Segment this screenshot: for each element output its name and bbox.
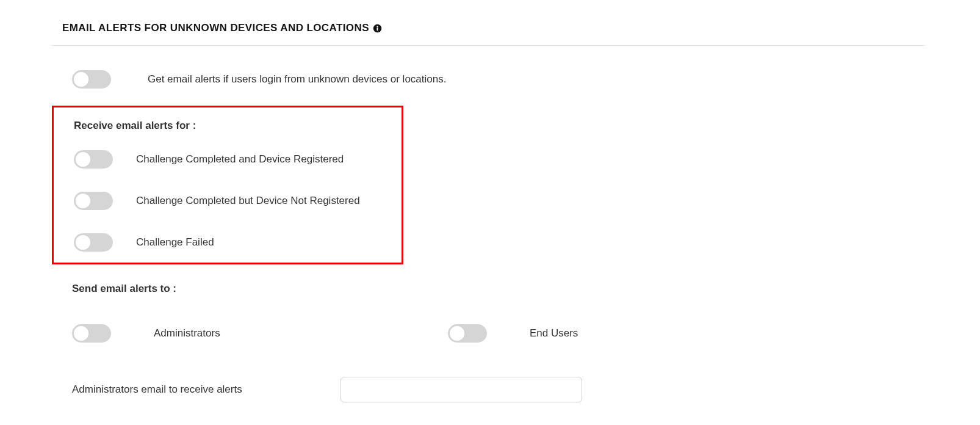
receive-alerts-label-0: Challenge Completed and Device Registere… — [136, 153, 344, 165]
endusers-toggle[interactable] — [448, 324, 487, 343]
section-title: EMAIL ALERTS FOR UNKNOWN DEVICES AND LOC… — [62, 22, 369, 34]
endusers-label: End Users — [530, 327, 578, 340]
svg-rect-2 — [377, 27, 378, 31]
challenge-completed-notregistered-toggle[interactable] — [74, 192, 113, 210]
administrators-toggle[interactable] — [72, 324, 111, 343]
send-to-row: Administrators End Users — [72, 324, 980, 343]
info-icon[interactable] — [373, 24, 382, 33]
main-alert-row: Get email alerts if users login from unk… — [72, 70, 980, 89]
receive-alerts-row-2: Challenge Failed — [74, 233, 402, 252]
receive-alerts-heading: Receive email alerts for : — [74, 120, 402, 132]
svg-point-1 — [377, 26, 378, 27]
admin-email-input[interactable] — [340, 377, 582, 402]
admin-email-row: Administrators email to receive alerts — [72, 377, 980, 402]
send-to-heading: Send email alerts to : — [72, 283, 980, 295]
main-alert-toggle[interactable] — [72, 70, 111, 89]
admin-email-label: Administrators email to receive alerts — [72, 383, 340, 396]
section-header: EMAIL ALERTS FOR UNKNOWN DEVICES AND LOC… — [0, 22, 980, 45]
receive-alerts-row-1: Challenge Completed but Device Not Regis… — [74, 192, 402, 210]
administrators-label: Administrators — [154, 327, 220, 340]
challenge-failed-toggle[interactable] — [74, 233, 113, 252]
receive-alerts-row-0: Challenge Completed and Device Registere… — [74, 150, 402, 169]
receive-alerts-label-1: Challenge Completed but Device Not Regis… — [136, 195, 360, 207]
receive-alerts-label-2: Challenge Failed — [136, 236, 214, 249]
main-alert-label: Get email alerts if users login from unk… — [148, 73, 446, 85]
challenge-completed-registered-toggle[interactable] — [74, 150, 113, 169]
receive-alerts-highlight-box: Receive email alerts for : Challenge Com… — [52, 106, 403, 264]
